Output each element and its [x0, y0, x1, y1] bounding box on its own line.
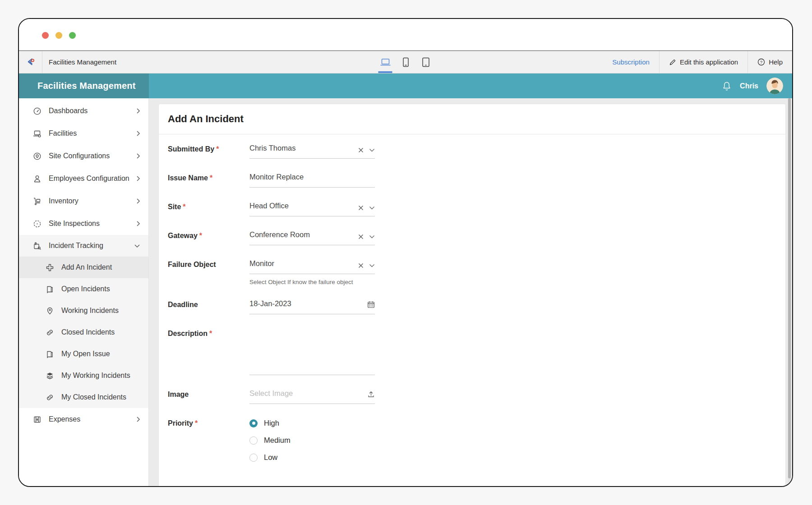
help-button[interactable]: ? Help [747, 51, 792, 73]
dropdown-chevron-icon[interactable] [369, 264, 375, 267]
clear-icon[interactable] [358, 263, 364, 268]
sidebar-item-my-closed-incidents[interactable]: My Closed Incidents [19, 386, 148, 408]
upload-icon[interactable] [367, 390, 375, 398]
chevron-right-icon [136, 130, 140, 137]
link-icon [45, 393, 54, 402]
incident-tracking-group: Incident Tracking Add An Incident [19, 235, 148, 408]
issue-name-input[interactable]: Monitor Replace [249, 173, 375, 188]
image-upload-input[interactable]: Select Image [249, 389, 375, 404]
field-row-deadline: Deadline 18-Jan-2023 [168, 299, 785, 314]
incident-tracking-icon [32, 241, 42, 250]
gateway-select[interactable]: Conference Room [249, 230, 375, 245]
required-marker: * [183, 203, 185, 211]
deadline-input[interactable]: 18-Jan-2023 [249, 299, 375, 314]
open-book-icon [45, 285, 54, 294]
sidebar-item-employees-configuration[interactable]: Employees Configuration [19, 167, 148, 190]
field-label: Priority* [168, 418, 249, 462]
sidebar-item-closed-incidents[interactable]: Closed Incidents [19, 321, 148, 343]
field-row-priority: Priority* High Medium [168, 418, 785, 462]
edit-application-button[interactable]: Edit this application [659, 51, 747, 73]
minimize-button[interactable] [55, 32, 62, 39]
sidebar-item-add-an-incident[interactable]: Add An Incident [19, 257, 148, 278]
field-label: Description* [168, 328, 249, 375]
sidebar-item-dashboards[interactable]: Dashboards [19, 100, 148, 122]
avatar[interactable] [766, 78, 783, 94]
scrollbar[interactable] [788, 98, 791, 486]
top-toolbar: Facilities Management [19, 50, 792, 73]
chevron-right-icon [136, 416, 140, 422]
sidebar-item-site-inspections[interactable]: Site Inspections [19, 212, 148, 235]
clear-icon[interactable] [358, 234, 364, 239]
sidebar-item-my-working-incidents[interactable]: My Working Incidents [19, 365, 148, 386]
maximize-button[interactable] [69, 32, 76, 39]
laptop-view-button[interactable] [375, 51, 396, 73]
required-marker: * [195, 419, 198, 427]
scrollbar-thumb[interactable] [788, 98, 791, 478]
sidebar-item-label: Expenses [49, 415, 80, 423]
dropdown-chevron-icon[interactable] [369, 235, 375, 239]
plus-icon [45, 263, 54, 272]
close-button[interactable] [42, 32, 49, 39]
sidebar-item-inventory[interactable]: Inventory [19, 190, 148, 212]
priority-option-low[interactable]: Low [249, 453, 291, 462]
radio-checked-icon[interactable] [249, 419, 258, 427]
svg-text:?: ? [760, 60, 762, 64]
issue-name-value: Monitor Replace [249, 173, 375, 181]
phone-view-button[interactable] [396, 51, 416, 73]
priority-option-high[interactable]: High [249, 419, 291, 427]
form-card: Add An Incident Submitted By* Chris Thom… [159, 104, 785, 487]
dropdown-chevron-icon[interactable] [369, 206, 375, 210]
radio-unchecked-icon[interactable] [249, 454, 258, 462]
hand-truck-icon [32, 197, 42, 206]
clear-icon[interactable] [358, 147, 364, 153]
app-header: Facilities Management Chris [19, 73, 792, 98]
site-value: Head Office [249, 202, 375, 210]
sidebar-item-label: Working Incidents [61, 307, 119, 315]
facilities-icon [32, 129, 42, 138]
creator-home-button[interactable] [19, 51, 42, 73]
submitted-by-select[interactable]: Chris Thomas [249, 144, 375, 159]
user-name[interactable]: Chris [740, 82, 758, 90]
site-select[interactable]: Head Office [249, 202, 375, 216]
sidebar-item-facilities[interactable]: Facilities [19, 122, 148, 145]
sidebar-item-label: Inventory [49, 197, 78, 205]
calendar-icon[interactable] [367, 301, 375, 308]
failure-object-value: Monitor [249, 259, 375, 268]
sidebar-item-label: Dashboards [49, 107, 88, 115]
sidebar-item-working-incidents[interactable]: Working Incidents [19, 300, 148, 321]
failure-object-select[interactable]: Monitor [249, 259, 375, 274]
field-label: Deadline [168, 299, 249, 314]
sidebar-item-my-open-issue[interactable]: My Open Issue [19, 343, 148, 365]
subscription-link[interactable]: Subscription [603, 51, 659, 73]
radio-unchecked-icon[interactable] [249, 436, 258, 445]
chevron-right-icon [136, 108, 140, 114]
priority-option-medium[interactable]: Medium [249, 436, 291, 445]
sidebar-item-label: Add An Incident [61, 263, 112, 271]
main-content: Add An Incident Submitted By* Chris Thom… [149, 98, 792, 486]
clear-icon[interactable] [358, 205, 364, 211]
layers-icon [45, 371, 54, 380]
person-icon [32, 174, 42, 183]
link-icon [45, 328, 54, 337]
sidebar-item-site-configurations[interactable]: Site Configurations [19, 145, 148, 167]
gauge-icon [32, 106, 42, 115]
map-pin-icon [45, 306, 54, 315]
sidebar-item-expenses[interactable]: Expenses [19, 408, 148, 431]
sidebar-item-label: My Working Incidents [61, 372, 130, 380]
sidebar-item-open-incidents[interactable]: Open Incidents [19, 278, 148, 300]
tablet-view-button[interactable] [416, 51, 436, 73]
edit-application-label: Edit this application [680, 58, 738, 66]
chevron-right-icon [136, 153, 140, 159]
chevron-down-icon [134, 244, 140, 248]
pencil-icon [669, 59, 676, 66]
target-icon [32, 219, 42, 228]
bell-icon[interactable] [722, 81, 732, 92]
open-book-icon [45, 349, 54, 358]
dropdown-chevron-icon[interactable] [369, 148, 375, 152]
sidebar-item-incident-tracking[interactable]: Incident Tracking [19, 235, 148, 257]
deadline-value: 18-Jan-2023 [249, 299, 375, 308]
chevron-right-icon [136, 175, 140, 182]
breadcrumb: Facilities Management [49, 51, 116, 73]
sidebar-item-label: My Open Issue [61, 350, 110, 358]
description-textarea[interactable] [249, 328, 375, 375]
